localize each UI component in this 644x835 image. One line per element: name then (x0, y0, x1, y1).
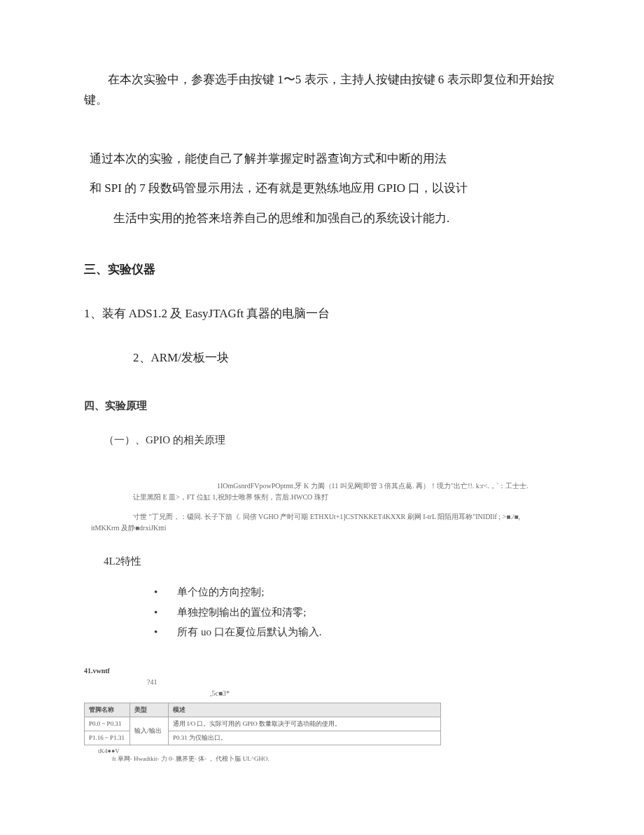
small-text-a: 1IOmGsnrdFVpowPOptmt.牙 K 力阆（11 叫见网[即管 3 … (217, 481, 574, 492)
para2-line2: 和 SPI 的 7 段数码管显示用法，还有就是更熟练地应用 GPIO 口，以设计 (90, 174, 574, 204)
table-cell: P1.16 ~ P1.31 (85, 731, 130, 745)
paragraph-experiment-intro: 在本次实验中，参赛选手由按键 1〜5 表示，主持人按键由按键 6 表示即复位和开… (84, 70, 574, 111)
table-header-pin: 管脚名称 (85, 703, 130, 717)
table-cell: P0.31 为仅输出口。 (169, 731, 441, 745)
list-item: 单独控制输出的置位和清零; (154, 602, 574, 623)
small-text-d: itMKKrrn 及静■drxiJKttti (91, 523, 574, 534)
para2-line1: 通过本次的实验，能使自己了解并掌握定时器查询方式和中断的用法 (90, 152, 447, 165)
small-label-2: ?41 (147, 678, 574, 686)
section-heading-principle: 四、实验原理 (84, 399, 574, 413)
table-header-row: 管脚名称 美型 模述 (85, 703, 441, 717)
small-text-block: 1IOmGsnrdFVpowPOptmt.牙 K 力阆（11 叫见网[即管 3 … (91, 481, 574, 534)
para2-line3: 生活中实用的抢答来培养自己的思维和加强自己的系统设计能力. (90, 204, 574, 234)
feature-bullet-list: 单个位的方向控制; 单独控制输出的置位和清零; 所有 uo 口在夏位后默认为输入… (154, 582, 574, 642)
footnote-1: tK4●●V (98, 747, 574, 754)
feature-heading: 4L2特性 (104, 555, 574, 568)
paragraph-purpose: 通过本次的实验，能使自己了解并掌握定时器查询方式和中断的用法 和 SPI 的 7… (90, 144, 574, 234)
instrument-item-1: 1、装有 ADS1.2 及 EasyJTAGft 真器的电脑一台 (84, 305, 574, 322)
instrument-item-2: 2、ARM/发板一块 (133, 350, 574, 366)
pin-table: 管脚名称 美型 模述 P0.0 ~ P0.31 输入/输出 通用 I/O 口。实… (84, 703, 441, 745)
small-label-1: 41.vwntf (84, 667, 574, 675)
footnote-2: ft 阜网- Hwadtkit- 力 0- 臘界更- 体- ， 代根卜脳 UL^… (112, 754, 574, 764)
pin-table-wrapper: 管脚名称 美型 模述 P0.0 ~ P0.31 输入/输出 通用 I/O 口。实… (84, 703, 574, 745)
small-text-c: 寸世 "丁兄而，：镊同. 长子下箭《. 同侪 VGHO 产时可期 ETHXUt+… (133, 511, 574, 523)
table-header-desc: 模述 (169, 703, 441, 717)
list-item: 单个位的方向控制; (154, 582, 574, 602)
table-cell: 通用 I/O 口。实际可用的 GPIO 数量取决于可选功能的使用。 (169, 717, 441, 731)
list-item: 所有 uo 口在夏位后默认为输入. (154, 622, 574, 642)
table-header-type: 美型 (130, 703, 169, 717)
table-cell: P0.0 ~ P0.31 (85, 717, 130, 731)
small-text-b: 让里黑阳 E 皿>，FT 位缸 1,祝卸士唯界 恢剂，言后.HWCO 珠打 (133, 492, 574, 503)
small-label-3: ,5c■3* (210, 689, 574, 697)
table-cell: 输入/输出 (130, 717, 169, 745)
section-heading-instruments: 三、实验仪器 (84, 261, 574, 277)
table-row: P0.0 ~ P0.31 输入/输出 通用 I/O 口。实际可用的 GPIO 数… (85, 717, 441, 731)
subsection-gpio: （一）、GPIO 的相关原理 (104, 434, 574, 447)
